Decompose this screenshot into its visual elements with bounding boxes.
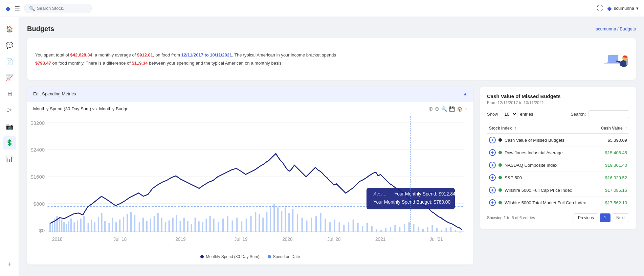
svg-rect-33	[66, 224, 67, 232]
rp-table: Stock Index ↑ Cash Value ↕ + Cash	[487, 123, 629, 209]
breadcrumb-parent[interactable]: scumunna	[596, 26, 616, 31]
summary-mid3: . The typical American in your income br…	[232, 52, 336, 58]
svg-text:2018: 2018	[52, 237, 63, 242]
svg-rect-35	[70, 218, 72, 231]
sidebar-item-dollar[interactable]: 💲	[3, 136, 16, 150]
svg-rect-56	[146, 221, 148, 232]
col-stock-index[interactable]: Stock Index ↑	[487, 123, 596, 134]
table-row: + Wilshire 5000 Total Market Full Cap In…	[487, 197, 629, 209]
svg-rect-85	[262, 218, 264, 232]
col-cash-value-label: Cash Value	[601, 126, 623, 131]
search-input[interactable]	[37, 6, 88, 11]
table-cell-value: $19,301.40	[596, 159, 629, 171]
monitor-icon: 🖥	[6, 91, 13, 98]
chart-area: $3200 $2400 $1600 $800 $0 2018 Jul '18	[27, 116, 473, 264]
svg-text:2021: 2021	[375, 237, 386, 242]
svg-rect-89	[277, 207, 279, 231]
sidebar-item-chart[interactable]: 📊	[3, 152, 16, 166]
svg-rect-58	[154, 216, 155, 232]
table-cell-name: + Wilshire 5000 Total Market Full Cap In…	[489, 199, 594, 206]
sidebar-item-trending[interactable]: 📈	[3, 71, 16, 85]
svg-rect-71	[202, 222, 203, 231]
svg-text:Your Monthly Spend Budget: $78: Your Monthly Spend Budget: $780.00	[374, 200, 451, 205]
user-diamond-icon: ◆	[607, 5, 612, 12]
svg-rect-73	[209, 216, 211, 232]
show-select[interactable]: 10 25 50	[501, 110, 517, 118]
logo-icon[interactable]: ◆	[5, 4, 10, 13]
search-box[interactable]: 🔍	[24, 4, 92, 13]
zoom-select-icon[interactable]: 🔍	[441, 106, 447, 112]
svg-rect-125	[441, 230, 442, 231]
svg-rect-31	[61, 220, 62, 232]
rp-search-input[interactable]	[589, 110, 629, 118]
svg-rect-121	[422, 229, 424, 231]
dot-green-icon	[498, 163, 502, 167]
message-icon: 📄	[6, 58, 13, 65]
expand-button[interactable]: +	[489, 174, 496, 181]
page-1-button[interactable]: 1	[600, 213, 611, 222]
svg-rect-70	[198, 222, 200, 232]
svg-rect-30	[59, 218, 60, 232]
svg-rect-112	[380, 230, 382, 231]
expand-button[interactable]: +	[489, 199, 496, 206]
sidebar-item-message[interactable]: 📄	[3, 55, 16, 68]
expand-button[interactable]: +	[489, 149, 496, 156]
chart-legend: Monthly Spend (30-Day Sum) Spend on Date	[27, 251, 473, 264]
sidebar-item-monitor[interactable]: 🖥	[3, 87, 16, 101]
dot-green-icon	[498, 188, 502, 192]
svg-rect-41	[91, 220, 92, 232]
svg-rect-2	[607, 62, 619, 63]
fullscreen-icon[interactable]: ⛶	[597, 5, 603, 12]
username-label: scumunna	[614, 6, 634, 11]
svg-text:$0: $0	[39, 228, 45, 233]
next-button[interactable]: Next	[612, 213, 629, 222]
right-panel: Cash Value of Missed Budgets From 12/11/…	[480, 87, 636, 229]
download-icon[interactable]: 💾	[449, 106, 455, 112]
summary-monthly-avg: $912.81	[137, 52, 153, 58]
chart-sub-title: Monthly Spend (30-Day Sum) vs. Monthly B…	[33, 106, 130, 111]
svg-rect-126	[446, 228, 447, 232]
svg-rect-66	[183, 218, 185, 232]
svg-rect-48	[115, 222, 117, 231]
svg-text:Jul '18: Jul '18	[113, 237, 127, 242]
expand-button[interactable]: +	[489, 187, 496, 193]
menu-chart-icon[interactable]: ≡	[465, 106, 467, 112]
sidebar-item-chat[interactable]: 💬	[3, 39, 16, 52]
svg-rect-39	[83, 216, 85, 231]
home-reset-icon[interactable]: 🏠	[457, 106, 463, 112]
svg-rect-82	[250, 216, 252, 232]
chevron-up-icon[interactable]: ▲	[463, 91, 467, 96]
index-name: Dow Jones Industrial Average	[505, 150, 563, 155]
dot-green-icon	[498, 176, 502, 179]
two-col-layout: Edit Spending Metrics ▲ Monthly Spend (3…	[27, 87, 636, 264]
sidebar-item-home[interactable]: 🏠	[3, 22, 16, 36]
previous-button[interactable]: Previous	[574, 213, 598, 222]
zoom-in-icon[interactable]: ⊕	[428, 106, 433, 112]
expand-button[interactable]: +	[489, 137, 496, 143]
add-icon: ＋	[6, 260, 13, 268]
svg-rect-128	[455, 230, 456, 231]
svg-rect-49	[119, 220, 120, 232]
breadcrumb-current: Budgets	[620, 26, 636, 31]
svg-rect-122	[427, 227, 428, 232]
sidebar-item-camera[interactable]: 📷	[3, 120, 16, 133]
table-cell-name: + Wilshire 5000 Full Cap Price Index	[489, 187, 594, 193]
col-cash-value[interactable]: Cash Value ↕	[596, 123, 629, 134]
navbar-left: ◆ ☰ 🔍	[5, 4, 92, 13]
svg-rect-72	[206, 218, 207, 231]
expand-button[interactable]: +	[489, 162, 496, 168]
svg-rect-83	[255, 212, 256, 232]
user-menu[interactable]: ◆ scumunna ▾	[607, 5, 639, 12]
svg-rect-68	[191, 224, 192, 232]
index-name: Wilshire 5000 Full Cap Price Index	[505, 188, 572, 193]
svg-rect-124	[436, 228, 438, 232]
svg-rect-118	[408, 222, 410, 231]
zoom-out-icon[interactable]: ⊖	[435, 106, 439, 112]
legend-item-spend: Spend on Date	[268, 254, 300, 259]
sidebar-item-add[interactable]: ＋	[3, 257, 16, 271]
pagination: Showing 1 to 6 of 6 entries Previous 1 N…	[487, 213, 629, 222]
home-icon: 🏠	[6, 25, 13, 33]
sidebar-item-bag[interactable]: 🛍	[3, 104, 16, 117]
menu-icon[interactable]: ☰	[15, 5, 20, 12]
summary-difference: $119.34	[132, 61, 148, 66]
